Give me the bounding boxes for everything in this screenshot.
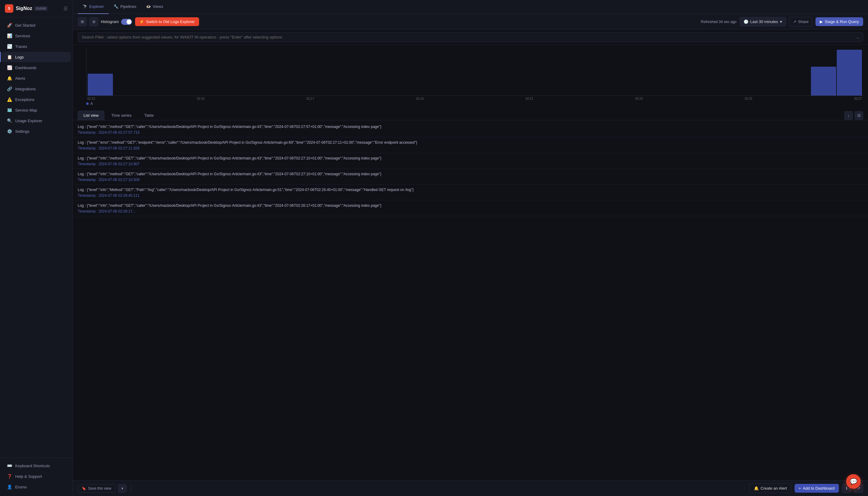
sidebar-item-eromo[interactable]: 👤 Eromo bbox=[2, 482, 71, 492]
search-input-wrap: ⌄ bbox=[78, 32, 863, 42]
stage-run-query-button[interactable]: ▶ Stage & Run Query bbox=[815, 17, 863, 26]
warning-icon: ⚠️ bbox=[7, 97, 12, 102]
sidebar-item-integrations[interactable]: 🔗 Integrations bbox=[2, 84, 71, 94]
log-entry[interactable]: Log : {"level":"info","method":"GET","ca… bbox=[73, 169, 868, 185]
view-tab-table[interactable]: Table bbox=[139, 111, 160, 120]
tab-explorer[interactable]: 🔭 Explorer bbox=[78, 0, 109, 14]
view-tab-list[interactable]: List view bbox=[78, 111, 104, 120]
sidebar-label-integrations: Integrations bbox=[15, 87, 36, 91]
chart-bar bbox=[811, 67, 836, 95]
log-timestamp: Timestamp : 2024-07-06 02:27:10.907 bbox=[78, 162, 863, 166]
sidebar-label-alerts: Alerts bbox=[15, 76, 25, 81]
log-entry[interactable]: Log : {"level":"info","Method":"GET","Pa… bbox=[73, 185, 868, 200]
pipelines-tab-icon: 🔧 bbox=[114, 4, 118, 9]
chat-fab-button[interactable]: 💬 bbox=[846, 474, 861, 489]
download-btn[interactable]: ↓ bbox=[844, 111, 853, 120]
switch-old-logs-btn[interactable]: ⚡ Switch to Old Logs Explorer bbox=[135, 17, 199, 26]
chart-area: 0 1 2 3 4 02:13 02:15 02:17 02:19 02:21 … bbox=[73, 45, 868, 108]
share-icon: ↗ bbox=[793, 19, 796, 24]
view-tab-actions: ↓ ⊟ bbox=[844, 111, 863, 120]
sidebar-label-traces: Traces bbox=[15, 44, 27, 49]
log-entry[interactable]: Log : {"level":"error","method":"GET","e… bbox=[73, 137, 868, 153]
log-timestamp: Timestamp : 2024-07-06 02:27:11.928 bbox=[78, 146, 863, 150]
filter-icon-btn[interactable]: ⊛ bbox=[89, 17, 98, 26]
link-icon: 🔗 bbox=[7, 87, 12, 91]
log-entry[interactable]: Log : {"level":"info","method":"GET","ca… bbox=[73, 200, 868, 216]
tab-views[interactable]: 👁️ Views bbox=[141, 0, 168, 14]
sidebar-label-service-map: Service Map bbox=[15, 108, 37, 112]
sidebar-label-keyboard-shortcuts: Keyboard Shortcuts bbox=[15, 464, 50, 468]
log-content: Log : {"level":"info","method":"GET","ca… bbox=[78, 124, 863, 129]
refresh-status: Refreshed 34 sec ago bbox=[701, 20, 736, 24]
save-view-button[interactable]: 🔖 Save this view bbox=[78, 484, 115, 493]
time-range-selector[interactable]: 🕐 Last 30 minutes ▾ bbox=[739, 17, 786, 26]
sidebar-label-settings: Settings bbox=[15, 129, 29, 134]
format-icon-btn[interactable]: ⊞ bbox=[78, 17, 87, 26]
x-label-02-27: 02:27 bbox=[854, 97, 862, 100]
stage-run-label: Stage & Run Query bbox=[825, 19, 859, 24]
chart-bars bbox=[87, 47, 863, 95]
trace-icon: 📉 bbox=[7, 44, 12, 49]
sidebar-item-dashboards[interactable]: 📈 Dashboards bbox=[2, 62, 71, 73]
main-content: 🔭 Explorer 🔧 Pipelines 👁️ Views ⊞ ⊛ Hist… bbox=[73, 0, 868, 496]
sidebar: S SigNoz CLOUD ☰ 🚀 Get Started 📊 Service… bbox=[0, 0, 73, 496]
log-timestamp: Timestamp : 2024-07-06 02:26:17... bbox=[78, 209, 863, 214]
chart-bar bbox=[88, 74, 113, 95]
log-entry[interactable]: Log : {"level":"info","method":"GET","ca… bbox=[73, 122, 868, 137]
log-content: Log : {"level":"info","method":"GET","ca… bbox=[78, 171, 863, 177]
add-dashboard-button[interactable]: + Add to Dashboard bbox=[795, 484, 839, 493]
create-alert-label: Create an Alert bbox=[761, 486, 787, 491]
magnify-icon: 🔍 bbox=[7, 118, 12, 123]
time-series-label: Time series bbox=[111, 113, 132, 118]
sidebar-item-settings[interactable]: ⚙️ Settings bbox=[2, 126, 71, 136]
histogram-toggle-switch[interactable] bbox=[121, 19, 132, 25]
sidebar-item-help-support[interactable]: ❓ Help & Support bbox=[2, 471, 71, 481]
views-tab-icon: 👁️ bbox=[146, 4, 151, 9]
sidebar-label-eromo: Eromo bbox=[15, 485, 27, 489]
clock-icon: 🕐 bbox=[744, 19, 748, 24]
sidebar-item-logs[interactable]: 📋 Logs bbox=[2, 52, 71, 62]
bookmark-icon: 🔖 bbox=[81, 486, 86, 491]
share-button[interactable]: ↗ Share bbox=[789, 17, 813, 26]
log-entry[interactable]: Log : {"level":"info","method":"GET","ca… bbox=[73, 153, 868, 169]
sidebar-item-exceptions[interactable]: ⚠️ Exceptions bbox=[2, 94, 71, 105]
sidebar-toggle-btn[interactable]: ☰ bbox=[63, 6, 68, 12]
save-view-label: Save this view bbox=[88, 486, 111, 491]
dashboard-icon: 📈 bbox=[7, 65, 12, 70]
sidebar-label-dashboards: Dashboards bbox=[15, 65, 36, 70]
expand-icon[interactable]: ⌄ bbox=[856, 35, 859, 40]
view-tabs: List view Time series Table ↓ ⊟ bbox=[73, 108, 868, 120]
explorer-tab-label: Explorer bbox=[89, 4, 104, 9]
chart-legend: A bbox=[86, 100, 863, 108]
view-tab-time-series[interactable]: Time series bbox=[106, 111, 137, 120]
log-timestamp: Timestamp : 2024-07-06 02:26:40.111 bbox=[78, 193, 863, 198]
x-label-02-17: 02:17 bbox=[306, 97, 314, 100]
switch-icon: ⚡ bbox=[139, 19, 144, 24]
views-tab-label: Views bbox=[153, 4, 163, 9]
x-label-02-21: 02:21 bbox=[526, 97, 533, 100]
plus-icon: + bbox=[799, 486, 801, 491]
table-label: Table bbox=[145, 113, 154, 118]
play-icon: ▶ bbox=[820, 19, 823, 24]
sidebar-item-service-map[interactable]: 🗺️ Service Map bbox=[2, 105, 71, 115]
sidebar-item-keyboard-shortcuts[interactable]: ⌨️ Keyboard Shortcuts bbox=[2, 461, 71, 471]
log-content: Log : {"level":"info","method":"GET","ca… bbox=[78, 156, 863, 161]
tab-pipelines[interactable]: 🔧 Pipelines bbox=[109, 0, 141, 14]
columns-btn[interactable]: ⊟ bbox=[855, 111, 863, 120]
save-view-dropdown[interactable]: ▾ bbox=[118, 484, 126, 493]
sidebar-item-usage-explorer[interactable]: 🔍 Usage Explorer bbox=[2, 115, 71, 126]
search-input[interactable] bbox=[81, 35, 853, 40]
sidebar-label-exceptions: Exceptions bbox=[15, 97, 34, 102]
sidebar-item-services[interactable]: 📊 Services bbox=[2, 31, 71, 41]
log-content: Log : {"level":"info","method":"GET","ca… bbox=[78, 203, 863, 208]
log-content: Log : {"level":"error","method":"GET","e… bbox=[78, 140, 863, 145]
sidebar-label-usage-explorer: Usage Explorer bbox=[15, 119, 43, 123]
sidebar-item-alerts[interactable]: 🔔 Alerts bbox=[2, 73, 71, 83]
sidebar-item-get-started[interactable]: 🚀 Get Started bbox=[2, 20, 71, 30]
user-icon: 👤 bbox=[7, 484, 12, 489]
sidebar-item-traces[interactable]: 📉 Traces bbox=[2, 41, 71, 51]
sidebar-label-get-started: Get Started bbox=[15, 23, 35, 28]
create-alert-button[interactable]: 🔔 Create an Alert bbox=[749, 484, 792, 493]
map-icon: 🗺️ bbox=[7, 108, 12, 112]
alert-icon: 🔔 bbox=[754, 486, 759, 491]
